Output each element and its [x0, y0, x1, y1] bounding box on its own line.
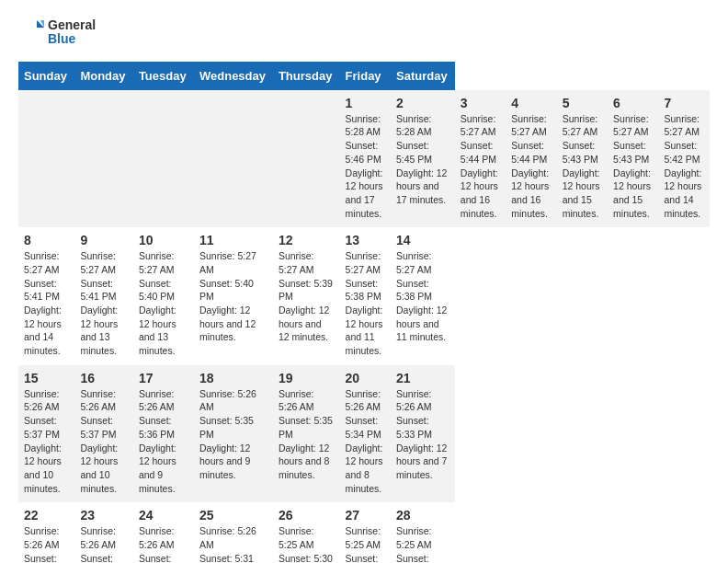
- calendar-cell: 21 Sunrise: 5:26 AMSunset: 5:33 PMDaylig…: [391, 365, 455, 503]
- day-info: Sunrise: 5:27 AMSunset: 5:43 PMDaylight:…: [563, 113, 600, 219]
- day-info: Sunrise: 5:26 AMSunset: 5:37 PMDaylight:…: [24, 388, 62, 494]
- calendar-cell: 13 Sunrise: 5:27 AMSunset: 5:38 PMDaylig…: [340, 227, 391, 365]
- day-number: 2: [396, 96, 449, 110]
- day-number: 6: [613, 96, 653, 110]
- day-info: Sunrise: 5:26 AMSunset: 5:37 PMDaylight:…: [80, 388, 118, 494]
- weekday-header-wednesday: Wednesday: [194, 62, 273, 90]
- day-info: Sunrise: 5:27 AMSunset: 5:41 PMDaylight:…: [80, 250, 118, 356]
- calendar-cell: [74, 90, 133, 228]
- day-number: 8: [24, 233, 69, 247]
- calendar-cell: 22 Sunrise: 5:26 AMSunset: 5:33 PMDaylig…: [18, 502, 74, 563]
- calendar-cell: 26 Sunrise: 5:25 AMSunset: 5:30 PMDaylig…: [273, 502, 340, 563]
- day-number: 9: [80, 233, 128, 247]
- day-info: Sunrise: 5:27 AMSunset: 5:42 PMDaylight:…: [664, 113, 701, 219]
- day-number: 12: [279, 233, 335, 247]
- day-number: 3: [461, 96, 500, 110]
- day-number: 13: [346, 233, 385, 247]
- weekday-header-thursday: Thursday: [273, 62, 340, 90]
- logo-graphic: [18, 18, 46, 46]
- day-info: Sunrise: 5:27 AMSunset: 5:38 PMDaylight:…: [396, 250, 447, 342]
- day-number: 19: [279, 371, 335, 385]
- calendar-cell: 12 Sunrise: 5:27 AMSunset: 5:39 PMDaylig…: [273, 227, 340, 365]
- calendar-cell: 20 Sunrise: 5:26 AMSunset: 5:34 PMDaylig…: [340, 365, 391, 503]
- day-info: Sunrise: 5:26 AMSunset: 5:35 PMDaylight:…: [279, 388, 333, 480]
- calendar-cell: 27 Sunrise: 5:25 AMSunset: 5:30 PMDaylig…: [340, 502, 391, 563]
- day-info: Sunrise: 5:27 AMSunset: 5:40 PMDaylight:…: [139, 250, 176, 356]
- calendar-cell: 23 Sunrise: 5:26 AMSunset: 5:32 PMDaylig…: [74, 502, 133, 563]
- day-info: Sunrise: 5:27 AMSunset: 5:44 PMDaylight:…: [461, 113, 498, 219]
- page-header: General Blue: [18, 18, 710, 47]
- day-number: 24: [139, 508, 188, 523]
- calendar-cell: 17 Sunrise: 5:26 AMSunset: 5:36 PMDaylig…: [133, 365, 194, 503]
- day-info: Sunrise: 5:26 AMSunset: 5:32 PMDaylight:…: [80, 525, 118, 563]
- weekday-header-friday: Friday: [340, 62, 391, 90]
- week-row-3: 15 Sunrise: 5:26 AMSunset: 5:37 PMDaylig…: [18, 365, 710, 503]
- day-info: Sunrise: 5:26 AMSunset: 5:31 PMDaylight:…: [199, 525, 256, 563]
- calendar-cell: 9 Sunrise: 5:27 AMSunset: 5:41 PMDayligh…: [74, 227, 133, 365]
- calendar-cell: [133, 90, 194, 228]
- day-number: 1: [346, 96, 385, 110]
- calendar-cell: [194, 90, 273, 228]
- day-info: Sunrise: 5:26 AMSunset: 5:35 PMDaylight:…: [199, 388, 256, 480]
- calendar-cell: 4 Sunrise: 5:27 AMSunset: 5:44 PMDayligh…: [506, 90, 556, 228]
- day-info: Sunrise: 5:27 AMSunset: 5:40 PMDaylight:…: [199, 250, 256, 342]
- calendar-cell: 2 Sunrise: 5:28 AMSunset: 5:45 PMDayligh…: [391, 90, 455, 228]
- logo: General Blue: [18, 18, 96, 47]
- day-number: 20: [346, 371, 385, 385]
- day-info: Sunrise: 5:26 AMSunset: 5:36 PMDaylight:…: [139, 388, 176, 494]
- calendar-cell: 14 Sunrise: 5:27 AMSunset: 5:38 PMDaylig…: [391, 227, 455, 365]
- day-number: 23: [80, 508, 128, 523]
- calendar-cell: 6 Sunrise: 5:27 AMSunset: 5:43 PMDayligh…: [608, 90, 658, 228]
- day-info: Sunrise: 5:26 AMSunset: 5:34 PMDaylight:…: [346, 388, 383, 494]
- calendar-cell: 8 Sunrise: 5:27 AMSunset: 5:41 PMDayligh…: [18, 227, 74, 365]
- day-info: Sunrise: 5:25 AMSunset: 5:29 PMDaylight:…: [396, 525, 447, 563]
- day-number: 11: [199, 233, 267, 247]
- day-number: 14: [396, 233, 449, 247]
- day-number: 5: [563, 96, 602, 110]
- calendar-cell: [273, 90, 340, 228]
- weekday-header-saturday: Saturday: [391, 62, 455, 90]
- logo-text: General Blue: [48, 18, 96, 47]
- calendar-cell: 3 Sunrise: 5:27 AMSunset: 5:44 PMDayligh…: [455, 90, 506, 228]
- calendar-cell: 18 Sunrise: 5:26 AMSunset: 5:35 PMDaylig…: [194, 365, 273, 503]
- day-info: Sunrise: 5:25 AMSunset: 5:30 PMDaylight:…: [279, 525, 333, 563]
- day-number: 26: [279, 508, 335, 523]
- day-info: Sunrise: 5:27 AMSunset: 5:38 PMDaylight:…: [346, 250, 383, 356]
- calendar-cell: 16 Sunrise: 5:26 AMSunset: 5:37 PMDaylig…: [74, 365, 133, 503]
- day-number: 7: [664, 96, 704, 110]
- weekday-header-sunday: Sunday: [18, 62, 74, 90]
- day-number: 17: [139, 371, 188, 385]
- day-info: Sunrise: 5:28 AMSunset: 5:45 PMDaylight:…: [396, 113, 447, 205]
- day-number: 4: [511, 96, 551, 110]
- day-number: 25: [199, 508, 267, 523]
- day-info: Sunrise: 5:28 AMSunset: 5:46 PMDaylight:…: [346, 113, 383, 219]
- day-info: Sunrise: 5:25 AMSunset: 5:30 PMDaylight:…: [346, 525, 383, 563]
- day-info: Sunrise: 5:27 AMSunset: 5:39 PMDaylight:…: [279, 250, 333, 342]
- calendar-cell: 10 Sunrise: 5:27 AMSunset: 5:40 PMDaylig…: [133, 227, 194, 365]
- day-info: Sunrise: 5:27 AMSunset: 5:41 PMDaylight:…: [24, 250, 62, 356]
- week-row-2: 8 Sunrise: 5:27 AMSunset: 5:41 PMDayligh…: [18, 227, 710, 365]
- calendar-cell: 11 Sunrise: 5:27 AMSunset: 5:40 PMDaylig…: [194, 227, 273, 365]
- day-number: 10: [139, 233, 188, 247]
- calendar-cell: 1 Sunrise: 5:28 AMSunset: 5:46 PMDayligh…: [340, 90, 391, 228]
- calendar-cell: 24 Sunrise: 5:26 AMSunset: 5:32 PMDaylig…: [133, 502, 194, 563]
- calendar-cell: 25 Sunrise: 5:26 AMSunset: 5:31 PMDaylig…: [194, 502, 273, 563]
- day-number: 27: [346, 508, 385, 523]
- calendar-cell: 19 Sunrise: 5:26 AMSunset: 5:35 PMDaylig…: [273, 365, 340, 503]
- day-info: Sunrise: 5:27 AMSunset: 5:43 PMDaylight:…: [613, 113, 651, 219]
- day-number: 18: [199, 371, 267, 385]
- week-row-1: 1 Sunrise: 5:28 AMSunset: 5:46 PMDayligh…: [18, 90, 710, 228]
- week-row-4: 22 Sunrise: 5:26 AMSunset: 5:33 PMDaylig…: [18, 502, 710, 563]
- calendar-cell: [18, 90, 74, 228]
- logo-container: General Blue: [18, 18, 96, 47]
- day-info: Sunrise: 5:26 AMSunset: 5:33 PMDaylight:…: [396, 388, 447, 480]
- calendar-cell: 7 Sunrise: 5:27 AMSunset: 5:42 PMDayligh…: [658, 90, 710, 228]
- calendar-cell: 28 Sunrise: 5:25 AMSunset: 5:29 PMDaylig…: [391, 502, 455, 563]
- weekday-header-monday: Monday: [74, 62, 133, 90]
- day-info: Sunrise: 5:26 AMSunset: 5:33 PMDaylight:…: [24, 525, 62, 563]
- day-number: 15: [24, 371, 69, 385]
- weekday-header-row: SundayMondayTuesdayWednesdayThursdayFrid…: [18, 62, 710, 90]
- day-info: Sunrise: 5:27 AMSunset: 5:44 PMDaylight:…: [511, 113, 549, 219]
- day-number: 28: [396, 508, 449, 523]
- calendar-cell: 5 Sunrise: 5:27 AMSunset: 5:43 PMDayligh…: [557, 90, 608, 228]
